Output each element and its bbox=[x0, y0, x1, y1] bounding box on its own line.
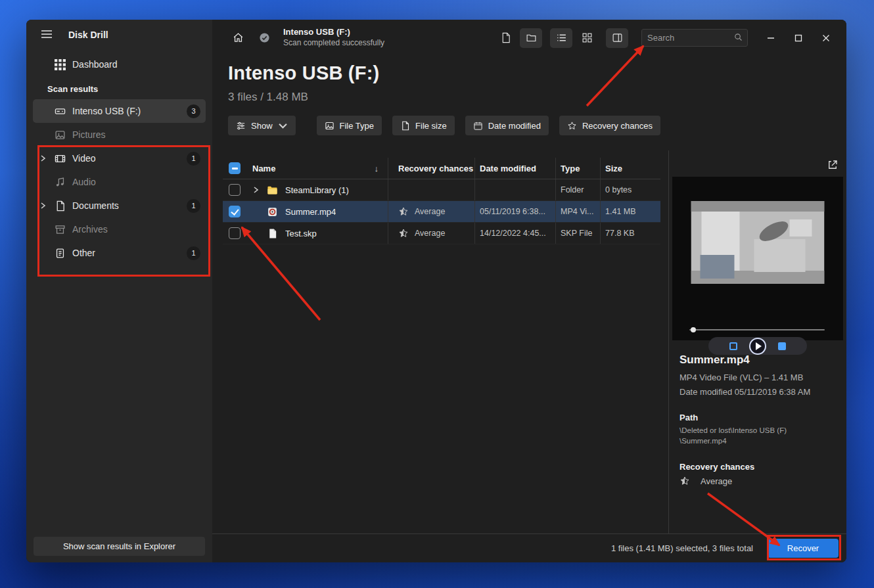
column-header-size[interactable]: Size bbox=[600, 158, 660, 179]
file-icon bbox=[267, 227, 279, 239]
column-header-recovery[interactable]: Recovery chances bbox=[388, 158, 474, 179]
file-name: Summer.mp4 bbox=[285, 207, 336, 217]
sort-descending-icon: ↓ bbox=[375, 164, 379, 173]
sliders-icon bbox=[236, 121, 246, 131]
expand-chevron-icon[interactable] bbox=[39, 202, 54, 210]
video-icon bbox=[54, 152, 66, 164]
preview-frame-icon[interactable] bbox=[729, 342, 737, 350]
item-count-badge: 1 bbox=[187, 199, 200, 213]
item-count-badge: 3 bbox=[187, 104, 200, 118]
show-filter-dropdown[interactable]: Show bbox=[228, 116, 296, 135]
show-scan-results-in-explorer-button[interactable]: Show scan results in Explorer bbox=[34, 537, 205, 556]
filter-bar: Show File Type File size Date modified bbox=[228, 116, 831, 135]
dashboard-grid-icon bbox=[54, 58, 66, 70]
half-star-icon bbox=[398, 228, 409, 238]
row-checkbox[interactable] bbox=[229, 227, 241, 239]
path-label: Path bbox=[679, 413, 836, 422]
table-row-summer-mp4[interactable]: Summer.mp4 Average 05/11/2019 6:38... MP… bbox=[223, 201, 660, 223]
filter-label: Recovery chances bbox=[582, 121, 653, 131]
date-modified-value bbox=[474, 179, 555, 200]
file-type-filter-button[interactable]: File Type bbox=[317, 116, 382, 135]
desktop-wallpaper: Disk Drill Dashboard Scan results In bbox=[0, 0, 874, 588]
row-checkbox[interactable] bbox=[229, 206, 241, 217]
sidebar-item-label: Audio bbox=[72, 177, 96, 187]
search-box bbox=[641, 29, 748, 47]
column-header-type[interactable]: Type bbox=[555, 158, 600, 179]
recovery-chances-filter-button[interactable]: Recovery chances bbox=[559, 116, 660, 135]
preview-panel-toggle-icon[interactable] bbox=[606, 28, 628, 48]
sidebar-item-documents[interactable]: Documents 1 bbox=[33, 194, 206, 217]
file-table: Name ↓ Recovery chances Date modified Ty… bbox=[212, 150, 668, 533]
table-row-steamlibrary[interactable]: SteamLibrary (1) Folder 0 bytes bbox=[223, 179, 660, 201]
maximize-button[interactable] bbox=[785, 27, 812, 49]
sidebar-item-other[interactable]: Other 1 bbox=[33, 241, 206, 265]
recover-button[interactable]: Recover bbox=[768, 539, 839, 558]
fullscreen-icon[interactable] bbox=[778, 342, 786, 350]
sidebar-item-pictures[interactable]: Pictures bbox=[33, 123, 206, 147]
device-summary-section: Intenso USB (F:) 3 files / 1.48 MB Show … bbox=[212, 56, 846, 150]
selection-summary: 1 files (1.41 MB) selected, 3 files tota… bbox=[611, 543, 753, 553]
files-summary: 3 files / 1.48 MB bbox=[228, 91, 831, 104]
play-button[interactable] bbox=[749, 338, 766, 355]
row-checkbox[interactable] bbox=[229, 184, 241, 196]
expand-chevron-icon[interactable] bbox=[39, 154, 54, 162]
table-row-test-skp[interactable]: Test.skp Average 14/12/2022 4:45... SKP … bbox=[223, 223, 660, 244]
close-button[interactable] bbox=[812, 27, 840, 49]
search-input[interactable] bbox=[647, 33, 733, 43]
drive-icon bbox=[54, 105, 66, 117]
home-icon[interactable] bbox=[227, 28, 249, 48]
list-view-icon[interactable] bbox=[550, 28, 572, 48]
date-modified-value: 14/12/2022 4:45... bbox=[474, 223, 555, 244]
folder-view-icon[interactable] bbox=[520, 28, 542, 48]
other-icon bbox=[54, 247, 66, 259]
column-header-date[interactable]: Date modified bbox=[474, 158, 555, 179]
date-modified-filter-button[interactable]: Date modified bbox=[465, 116, 549, 135]
sidebar-item-label: Archives bbox=[72, 224, 108, 235]
file-view-icon[interactable] bbox=[494, 28, 517, 48]
playback-progress-handle[interactable] bbox=[691, 327, 696, 332]
sidebar-item-label: Documents bbox=[72, 200, 119, 211]
video-preview bbox=[672, 177, 843, 340]
recovery-chance-value: Average bbox=[415, 207, 445, 216]
search-icon[interactable] bbox=[733, 32, 743, 44]
video-file-icon bbox=[267, 206, 279, 217]
sidebar-item-label: Video bbox=[72, 153, 96, 164]
chevron-down-icon bbox=[278, 121, 288, 131]
sidebar-item-archives[interactable]: Archives bbox=[33, 217, 206, 241]
scan-status-subtitle: Scan completed successfully bbox=[283, 38, 384, 49]
size-value: 77.8 KB bbox=[600, 223, 660, 244]
sidebar-item-dashboard[interactable]: Dashboard bbox=[33, 53, 206, 76]
video-thumbnail bbox=[691, 201, 825, 284]
preview-panel: Summer.mp4 MP4 Video File (VLC) – 1.41 M… bbox=[668, 150, 846, 533]
sidebar-item-label: Other bbox=[72, 248, 95, 258]
select-all-checkbox[interactable] bbox=[229, 162, 241, 174]
sidebar-item-label: Intenso USB (F:) bbox=[72, 106, 141, 116]
playback-progress-bar[interactable] bbox=[689, 329, 825, 330]
preview-filename: Summer.mp4 bbox=[679, 353, 836, 367]
sidebar-item-label: Pictures bbox=[72, 129, 106, 140]
main-area: Intenso USB (F:) Scan completed successf… bbox=[212, 20, 846, 562]
expand-chevron-icon[interactable] bbox=[252, 186, 267, 194]
column-header-name[interactable]: Name ↓ bbox=[246, 158, 388, 179]
type-value: Folder bbox=[555, 179, 600, 200]
minimize-button[interactable] bbox=[757, 27, 785, 49]
scan-results-section-label: Scan results bbox=[47, 84, 206, 94]
file-name: Test.skp bbox=[285, 229, 317, 238]
half-star-icon bbox=[679, 476, 690, 486]
open-external-icon[interactable] bbox=[827, 159, 839, 171]
grid-view-icon[interactable] bbox=[576, 28, 598, 48]
sidebar-item-intenso-usb[interactable]: Intenso USB (F:) 3 bbox=[33, 99, 206, 123]
device-title: Intenso USB (F:) bbox=[283, 27, 384, 38]
date-modified-value: 05/11/2019 6:38... bbox=[474, 201, 555, 222]
sidebar-item-audio[interactable]: Audio bbox=[33, 170, 206, 194]
filter-label: File Type bbox=[340, 121, 375, 131]
sidebar-item-video[interactable]: Video 1 bbox=[33, 147, 206, 170]
archives-icon bbox=[54, 223, 66, 235]
status-bar: 1 files (1.41 MB) selected, 3 files tota… bbox=[212, 533, 846, 562]
type-value: MP4 Vi... bbox=[555, 201, 600, 222]
preview-date-modified: Date modified 05/11/2019 6:38 AM bbox=[679, 387, 836, 397]
hamburger-menu-icon[interactable] bbox=[41, 30, 53, 41]
preview-recovery-value: Average bbox=[701, 476, 732, 486]
file-size-filter-button[interactable]: File size bbox=[392, 116, 455, 135]
document-icon bbox=[400, 121, 410, 131]
